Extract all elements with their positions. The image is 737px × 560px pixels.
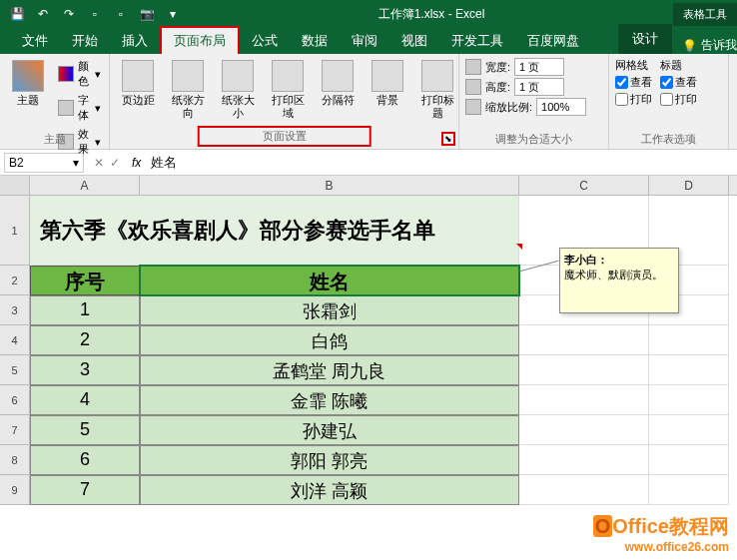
select-all-corner[interactable] (0, 176, 30, 195)
comment-indicator[interactable] (516, 244, 522, 250)
quick-access-toolbar: 💾 ↶ ↷ ▫ ▫ 📷 ▾ (0, 5, 190, 23)
tab-home[interactable]: 开始 (60, 28, 110, 54)
group-themes: 主题 颜色▾ 字体▾ 效果▾ 主题 (0, 54, 110, 149)
row-header[interactable]: 1 (0, 196, 30, 266)
tab-formulas[interactable]: 公式 (240, 28, 290, 54)
background-button[interactable]: 背景 (366, 58, 409, 145)
header-cell-name[interactable]: 姓名 (140, 266, 519, 295)
headings-view-checkbox[interactable]: 查看 (660, 75, 697, 90)
row-header[interactable]: 3 (0, 295, 30, 325)
tab-page-layout[interactable]: 页面布局 (160, 26, 240, 54)
tab-review[interactable]: 审阅 (340, 28, 389, 54)
serial-cell[interactable]: 5 (30, 415, 140, 445)
cell[interactable] (519, 445, 649, 475)
cell[interactable] (519, 415, 649, 445)
breaks-icon (322, 60, 354, 92)
tell-me[interactable]: 💡 告诉我 (682, 37, 737, 54)
tab-view[interactable]: 视图 (389, 28, 439, 54)
page-setup-dialog-launcher[interactable]: ⬊ (441, 132, 455, 146)
cell[interactable] (649, 445, 729, 475)
name-cell[interactable]: 郭阳 郭亮 (140, 445, 519, 475)
col-header-a[interactable]: A (30, 176, 140, 195)
save-icon[interactable]: 💾 (8, 5, 26, 23)
ribbon: 主题 颜色▾ 字体▾ 效果▾ 主题 页边距 纸张方向 纸张大小 打印区域 分隔符… (0, 54, 737, 150)
qat-more-icon[interactable]: ▾ (164, 5, 182, 23)
cell[interactable] (519, 355, 649, 385)
tab-data[interactable]: 数据 (290, 28, 340, 54)
name-cell[interactable]: 金霏 陈曦 (140, 385, 519, 415)
row-header[interactable]: 5 (0, 355, 30, 385)
colors-icon (58, 66, 74, 82)
spreadsheet-grid: A B C D 1 第六季《欢乐喜剧人》部分参赛选手名单 2 序号 姓名 3 1… (0, 176, 737, 505)
print-titles-icon (421, 60, 453, 92)
enter-icon[interactable]: ✓ (110, 156, 120, 170)
serial-cell[interactable]: 6 (30, 445, 140, 475)
row-header[interactable]: 2 (0, 266, 30, 295)
group-label-themes: 主题 (0, 132, 109, 147)
size-icon (222, 60, 254, 92)
comment-box[interactable]: 李小白： 魔术师、默剧演员。 (559, 248, 679, 313)
name-cell[interactable]: 刘洋 高颖 (140, 475, 519, 505)
cell[interactable] (519, 385, 649, 415)
headings-label: 标题 (660, 58, 697, 73)
contextual-tab-label: 表格工具 (673, 3, 737, 26)
camera-icon[interactable]: 📷 (138, 5, 156, 23)
serial-cell[interactable]: 3 (30, 355, 140, 385)
row-header[interactable]: 8 (0, 445, 30, 475)
scale-input[interactable] (536, 98, 586, 116)
themes-icon (12, 60, 44, 92)
col-header-d[interactable]: D (649, 176, 729, 195)
group-scale: 宽度: 高度: 缩放比例: 调整为合适大小 (459, 54, 609, 149)
cell[interactable] (649, 475, 729, 505)
margins-icon (122, 60, 154, 92)
orientation-icon (172, 60, 204, 92)
header-cell-serial[interactable]: 序号 (30, 266, 140, 295)
row-header[interactable]: 6 (0, 385, 30, 415)
group-sheet-options: 网格线 查看 打印 标题 查看 打印 工作表选项 (609, 54, 729, 149)
cell[interactable] (649, 325, 729, 355)
cell[interactable] (649, 385, 729, 415)
tab-insert[interactable]: 插入 (110, 28, 160, 54)
ribbon-tabs: 文件 开始 插入 页面布局 公式 数据 审阅 视图 开发工具 百度网盘 设计 💡… (0, 28, 737, 54)
fonts-button[interactable]: 字体▾ (56, 92, 103, 124)
row-header[interactable]: 7 (0, 415, 30, 445)
name-cell[interactable]: 孙建弘 (140, 415, 519, 445)
colors-button[interactable]: 颜色▾ (56, 58, 103, 90)
headings-print-checkbox[interactable]: 打印 (660, 92, 697, 107)
row-header[interactable]: 9 (0, 475, 30, 505)
name-cell[interactable]: 张霜剑 (140, 295, 519, 325)
redo-icon[interactable]: ↷ (60, 5, 78, 23)
name-cell[interactable]: 白鸽 (140, 325, 519, 355)
group-label-sheet-options: 工作表选项 (609, 132, 728, 147)
group-label-scale: 调整为合适大小 (459, 132, 608, 147)
formula-input[interactable] (147, 153, 737, 173)
margins-button[interactable]: 页边距 (116, 58, 160, 145)
qat-icon[interactable]: ▫ (112, 5, 130, 23)
cell[interactable] (519, 325, 649, 355)
comment-text: 魔术师、默剧演员。 (564, 268, 674, 282)
title-cell[interactable]: 第六季《欢乐喜剧人》部分参赛选手名单 (30, 196, 519, 266)
gridlines-print-checkbox[interactable]: 打印 (615, 92, 652, 107)
tab-file[interactable]: 文件 (10, 28, 60, 54)
tab-baidu[interactable]: 百度网盘 (515, 28, 591, 54)
bulb-icon: 💡 (682, 39, 697, 53)
row-header[interactable]: 4 (0, 325, 30, 355)
serial-cell[interactable]: 4 (30, 385, 140, 415)
undo-icon[interactable]: ↶ (34, 5, 52, 23)
height-input[interactable] (514, 78, 564, 96)
tab-developer[interactable]: 开发工具 (439, 28, 515, 54)
col-header-b[interactable]: B (140, 176, 519, 195)
serial-cell[interactable]: 1 (30, 295, 140, 325)
serial-cell[interactable]: 2 (30, 325, 140, 355)
tab-design[interactable]: 设计 (618, 24, 672, 54)
col-header-c[interactable]: C (519, 176, 649, 195)
gridlines-view-checkbox[interactable]: 查看 (615, 75, 652, 90)
fx-icon[interactable]: fx (126, 156, 147, 170)
width-input[interactable] (514, 58, 564, 76)
serial-cell[interactable]: 7 (30, 475, 140, 505)
cell[interactable] (649, 355, 729, 385)
name-cell[interactable]: 孟鹤堂 周九良 (140, 355, 519, 385)
cell[interactable] (519, 475, 649, 505)
qat-icon[interactable]: ▫ (86, 5, 104, 23)
cell[interactable] (649, 415, 729, 445)
